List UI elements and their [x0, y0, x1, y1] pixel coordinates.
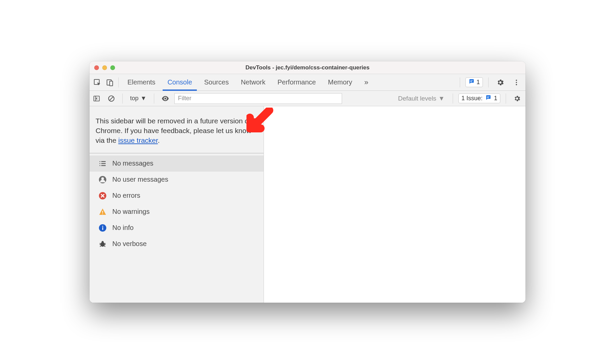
tab-overflow[interactable]: »	[358, 74, 374, 90]
tab-memory[interactable]: Memory	[322, 74, 358, 90]
svg-point-29	[102, 241, 104, 243]
main-area: This sidebar will be removed in a future…	[90, 106, 525, 303]
sidebar-item-errors[interactable]: No errors	[90, 188, 264, 204]
chevrons-icon: »	[364, 78, 368, 87]
divider	[154, 94, 154, 104]
notice-text-post: .	[158, 136, 160, 144]
divider	[122, 94, 123, 104]
svg-line-11	[110, 97, 113, 100]
zoom-window-button[interactable]	[110, 65, 115, 70]
sidebar-item-label: No user messages	[112, 176, 168, 183]
tab-label: Sources	[204, 78, 229, 86]
tab-label: Network	[241, 78, 265, 86]
console-toolbar: top ▼ Default levels ▼ 1 Issue: 1	[90, 91, 525, 106]
deprecation-notice: This sidebar will be removed in a future…	[90, 106, 264, 154]
svg-point-27	[102, 226, 103, 227]
issues-prefix: 1 Issue:	[461, 95, 483, 102]
tab-elements[interactable]: Elements	[121, 74, 161, 90]
svg-line-34	[100, 246, 101, 247]
svg-line-31	[104, 243, 106, 244]
bug-icon	[98, 240, 107, 248]
tab-network[interactable]: Network	[235, 74, 271, 90]
svg-rect-2	[110, 81, 113, 86]
minimize-window-button[interactable]	[102, 65, 107, 70]
settings-icon[interactable]	[494, 76, 507, 89]
context-selector[interactable]: top ▼	[128, 95, 149, 102]
panel-tabs: Elements Console Sources Network Perform…	[121, 74, 374, 90]
clear-console-icon[interactable]	[106, 93, 117, 104]
dropdown-icon: ▼	[141, 95, 147, 102]
svg-point-17	[100, 161, 101, 162]
sidebar-item-messages[interactable]: No messages	[90, 156, 264, 172]
sidebar-item-label: No warnings	[112, 208, 150, 216]
sidebar-item-label: No info	[112, 224, 133, 232]
sidebar-filter-list: No messages No user messages No errors	[90, 154, 264, 254]
console-prompt-icon: ›	[269, 109, 271, 117]
sidebar-item-user-messages[interactable]: No user messages	[90, 172, 264, 188]
svg-rect-3	[470, 80, 473, 81]
window-title: DevTools - jec.fyi/demo/css-container-qu…	[90, 64, 525, 71]
sidebar-item-verbose[interactable]: No verbose	[90, 236, 264, 252]
issues-count: 1	[494, 95, 497, 102]
levels-label: Default levels	[398, 95, 436, 102]
message-icon	[485, 95, 491, 102]
divider	[460, 77, 460, 87]
close-window-button[interactable]	[94, 65, 99, 70]
tab-console[interactable]: Console	[161, 74, 198, 90]
user-icon	[98, 175, 107, 184]
console-sidebar: This sidebar will be removed in a future…	[90, 106, 264, 303]
issues-pill[interactable]: 1 Issue: 1	[458, 94, 500, 103]
kebab-menu-icon[interactable]	[510, 76, 523, 89]
devtools-window: DevTools - jec.fyi/demo/css-container-qu…	[90, 61, 525, 303]
message-icon	[468, 78, 474, 86]
svg-rect-13	[487, 98, 489, 98]
svg-line-30	[100, 243, 101, 244]
tab-label: Elements	[127, 78, 155, 86]
sidebar-item-info[interactable]: No info	[90, 220, 264, 236]
sidebar-item-warnings[interactable]: No warnings	[90, 204, 264, 220]
window-controls	[94, 65, 115, 70]
tab-label: Console	[167, 78, 192, 86]
svg-rect-23	[102, 211, 103, 213]
toggle-sidebar-icon[interactable]	[91, 93, 102, 104]
svg-rect-4	[470, 81, 472, 82]
svg-line-35	[104, 246, 105, 247]
device-toolbar-icon[interactable]	[104, 76, 116, 89]
divider	[118, 77, 119, 87]
svg-point-5	[516, 79, 517, 81]
sidebar-item-label: No messages	[112, 160, 153, 167]
console-output-pane[interactable]: ›	[264, 106, 525, 303]
titlebar: DevTools - jec.fyi/demo/css-container-qu…	[90, 61, 525, 74]
divider	[506, 94, 506, 104]
svg-point-7	[516, 84, 517, 85]
svg-rect-24	[102, 214, 103, 214]
divider	[453, 94, 453, 104]
svg-rect-12	[487, 97, 490, 97]
live-expression-icon[interactable]	[160, 93, 171, 104]
error-icon	[98, 191, 107, 200]
messages-badge[interactable]: 1	[465, 77, 483, 87]
info-icon	[98, 224, 107, 232]
dropdown-icon: ▼	[438, 95, 445, 102]
panel-tabbar: Elements Console Sources Network Perform…	[90, 74, 525, 91]
inspect-element-icon[interactable]	[91, 76, 104, 89]
log-levels-selector[interactable]: Default levels ▼	[395, 95, 447, 102]
divider	[488, 77, 489, 87]
svg-point-6	[516, 82, 517, 83]
sidebar-item-label: No errors	[112, 192, 140, 199]
sidebar-item-label: No verbose	[112, 240, 147, 248]
svg-point-21	[101, 177, 104, 180]
list-icon	[98, 159, 107, 168]
svg-point-19	[100, 165, 101, 166]
tab-sources[interactable]: Sources	[198, 74, 235, 90]
warning-icon	[98, 207, 107, 216]
svg-point-18	[100, 163, 101, 164]
tab-label: Performance	[278, 78, 316, 86]
filter-input[interactable]	[174, 93, 342, 104]
context-label: top	[130, 95, 138, 102]
tab-label: Memory	[328, 78, 352, 86]
issue-tracker-link[interactable]: issue tracker	[118, 136, 158, 144]
console-settings-icon[interactable]	[511, 93, 523, 104]
messages-count: 1	[477, 79, 480, 86]
tab-performance[interactable]: Performance	[272, 74, 322, 90]
